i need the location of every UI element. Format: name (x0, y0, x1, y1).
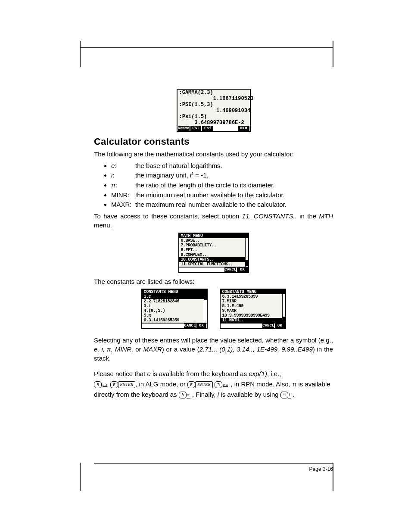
list-item: i:the imaginary unit, i2 = -1. (111, 171, 333, 180)
menu-item: 7.PROBABILITY.. (179, 243, 248, 248)
listed-intro: The constants are listed as follows: (94, 277, 333, 286)
softkey-ok: OK (196, 324, 206, 328)
stack-line: :Psi(1.5) (177, 114, 250, 120)
stack-line: 1.16671190523 (177, 96, 250, 102)
content-area: :GAMMA(2.3) 1.16671190523 :PSI(1.5,3) 1.… (94, 86, 333, 400)
menu-item: 9.COMPLEX.. (179, 252, 248, 257)
softkey-ok: OK (275, 324, 284, 328)
const-symbol: π (111, 181, 115, 189)
left-shift-key-icon: ↰ (179, 392, 187, 398)
scroll-thumb (283, 317, 285, 323)
list-item: e:the base of natural logarithms. (111, 162, 333, 171)
crop-mark (333, 41, 333, 67)
section-heading: Calculator constants (94, 136, 333, 147)
left-shift-key-icon: ↰ (215, 381, 222, 388)
i-key-icon: i (288, 392, 291, 398)
menu-item: 9.MAXR (221, 308, 285, 313)
calc-screen: CONSTANTS MENU 1.e 2.2.71828182846 3.i 4… (141, 289, 208, 329)
const-symbol: MAXR (111, 201, 130, 208)
page: :GAMMA(2.3) 1.16671190523 :PSI(1.5,3) 1.… (0, 0, 411, 532)
menu-item: 2.2.71828182846 (142, 299, 207, 304)
scroll-thumb (204, 294, 207, 300)
menu-item: 3.i (142, 304, 207, 308)
crop-mark (80, 47, 333, 48)
ex-key-icon: e x (222, 382, 229, 388)
const-symbol: MINR (111, 191, 128, 199)
pi-key-icon: π (187, 392, 190, 398)
softkey: MTH (238, 126, 249, 131)
softkey-cancel: CANCL (184, 324, 196, 328)
menu-item: 8.FFT.. (179, 248, 248, 252)
softkey-blank (213, 268, 224, 272)
softkey-blank (202, 268, 212, 272)
paragraph-selecting: Selecting any of these entries will plac… (94, 336, 333, 363)
crop-mark (80, 41, 81, 67)
paragraph-keyboard: Please notice that e is available from t… (94, 369, 333, 400)
menu-item-selected: 1.e (142, 294, 207, 299)
page-number: Page 3-16 (94, 466, 333, 472)
calc-screen: MATH MENU 6.BASE.. 7.PROBABILITY.. 8.FFT… (178, 233, 249, 273)
right-shift-key-icon: ↱ (110, 381, 118, 388)
softkey-row: GAMMA PSI Psi MTH (177, 126, 250, 131)
softkey-blank (226, 126, 237, 131)
softkey: PSI (190, 126, 202, 131)
menu-title: CONSTANTS MENU (221, 289, 285, 294)
softkey-blank (191, 268, 201, 272)
right-shift-key-icon: ↱ (187, 381, 195, 388)
footer-rule (94, 463, 333, 464)
softkey-row: CANCL OK (142, 323, 207, 328)
menu-title: MATH MENU (179, 233, 248, 238)
list-item: π:the ratio of the length of the circle … (111, 181, 333, 190)
menu-list: 1.e 2.2.71828182846 3.i 4.(0.,1.) 5.π 6.… (142, 294, 207, 323)
menu-item: 6.BASE.. (179, 238, 248, 243)
stack-line: :PSI(1.5,3) (177, 102, 250, 108)
const-desc: the maximum real number available to the… (135, 201, 286, 208)
softkey-ok: OK (237, 268, 247, 272)
menu-item: 7.MINR (221, 299, 285, 304)
scroll-thumb (246, 260, 248, 266)
menu-title: CONSTANTS MENU (142, 289, 207, 294)
menu-item: 6.3.14159265359 (142, 318, 207, 323)
left-shift-key-icon: ↰ (94, 381, 102, 388)
stack-line: :GAMMA(2.3) (177, 90, 250, 96)
menu-item: 8.1.E-499 (221, 304, 285, 308)
formula-tail: = -1. (193, 171, 209, 179)
left-shift-key-icon: ↰ (280, 392, 288, 398)
menu-item: 6.3.14159265359 (221, 294, 285, 299)
figure-calc-stack: :GAMMA(2.3) 1.16671190523 :PSI(1.5,3) 1.… (94, 89, 333, 132)
const-desc: the base of natural logarithms. (135, 162, 222, 169)
softkey-row: CANCL OK (221, 323, 285, 328)
list-item: MINR:the minimum real number available t… (111, 191, 333, 200)
scrollbar (204, 294, 207, 323)
menu-item-selected: 10.CONSTANTS.. (179, 257, 248, 262)
calc-screen: CONSTANTS MENU 6.3.14159265359 7.MINR 8.… (220, 289, 286, 329)
stack-line: 1.409091034 (177, 108, 250, 114)
intro-text: The following are the mathematical const… (94, 150, 333, 159)
menu-item: 4.(0.,1.) (142, 308, 207, 313)
stack-line: 3.64899739786E-2 (177, 120, 250, 126)
const-symbol: e (111, 162, 115, 169)
const-desc: the minimum real number available to the… (135, 191, 285, 199)
scrollbar (245, 238, 248, 267)
softkey-cancel: CANCL (224, 268, 236, 272)
access-text: To have access to these constants, selec… (94, 212, 333, 230)
menu-list: 6.BASE.. 7.PROBABILITY.. 8.FFT.. 9.COMPL… (179, 238, 248, 267)
constants-list: e:the base of natural logarithms. i:the … (111, 162, 333, 209)
softkey-blank (214, 126, 225, 131)
scrollbar (282, 294, 285, 323)
ex-key-icon: e x (102, 382, 108, 388)
crop-mark (80, 463, 81, 491)
menu-item: 11.SPECIAL FUNCTIONS.. (179, 262, 248, 267)
softkey-cancel: CANCL (262, 324, 274, 328)
softkey: GAMMA (178, 126, 190, 131)
menu-item: 5.π (142, 313, 207, 318)
const-desc: the imaginary unit, (135, 171, 190, 179)
softkey-blank (180, 268, 190, 272)
figure-math-menu: MATH MENU 6.BASE.. 7.PROBABILITY.. 8.FFT… (94, 233, 333, 273)
softkey-row: CANCL OK (179, 267, 248, 272)
list-item: MAXR:the maximum real number available t… (111, 200, 333, 209)
menu-item-selected: 11.MATH.. (221, 318, 285, 323)
calc-screen: :GAMMA(2.3) 1.16671190523 :PSI(1.5,3) 1.… (177, 89, 251, 132)
enter-key-icon: ENTER (118, 381, 136, 388)
enter-key-icon: ENTER (195, 381, 213, 388)
